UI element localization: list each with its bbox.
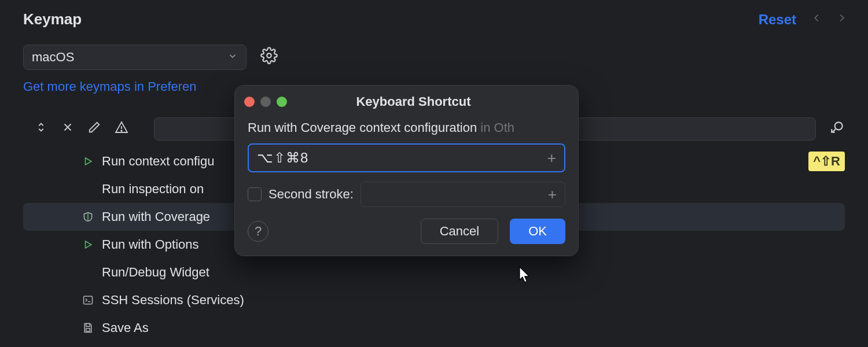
chevron-down-icon [227,50,238,65]
svg-rect-5 [86,324,90,327]
list-item[interactable]: Run/Debug Widget [23,259,845,286]
svg-point-3 [835,122,843,130]
second-stroke-input[interactable]: + [361,182,565,207]
second-stroke-checkbox[interactable] [248,187,262,201]
play-icon [81,239,95,250]
page-title: Keymap [23,10,747,28]
list-item[interactable]: SSH Sessions (Services) [23,286,845,314]
plus-icon[interactable]: + [548,186,557,204]
back-arrow-icon[interactable] [808,12,825,28]
shortcut-badge: ^⇧R [808,152,845,171]
warning-icon[interactable] [115,120,128,138]
list-item-label: Save As [102,320,149,335]
list-item-label: Run context configu [102,154,214,169]
shortcut-value: ⌥⇧⌘8 [257,150,308,166]
plus-icon[interactable]: + [547,149,556,167]
svg-point-2 [121,130,122,131]
svg-point-0 [267,53,271,58]
expand-collapse-icon[interactable] [35,121,47,137]
help-button[interactable]: ? [248,221,269,242]
action-description: Run with Coverage context configuration … [248,120,565,135]
keyboard-shortcut-dialog: Keyboard Shortcut Run with Coverage cont… [234,85,579,256]
action-name: Run with Coverage context configuration [248,120,477,135]
terminal-icon [81,294,95,306]
reset-button[interactable]: Reset [759,12,796,28]
action-context: in Oth [477,120,514,135]
disk-icon [81,322,95,334]
list-item-label: SSH Sessions (Services) [102,293,244,308]
list-item-label: Run/Debug Widget [102,265,209,280]
shield-icon [81,211,95,223]
close-window-icon[interactable] [244,97,255,107]
ok-button[interactable]: OK [510,219,565,244]
svg-rect-6 [86,328,90,331]
second-stroke-label: Second stroke: [269,187,354,202]
play-icon [81,156,95,167]
cancel-button[interactable]: Cancel [421,219,498,244]
keymap-select[interactable]: macOS [23,45,247,70]
keymap-select-value: macOS [32,50,74,65]
list-item[interactable]: Save As [23,314,845,342]
first-stroke-input[interactable]: ⌥⇧⌘8 + [248,143,565,172]
edit-icon[interactable] [88,121,101,137]
gear-icon[interactable] [260,47,278,68]
collapse-all-icon[interactable] [61,121,74,137]
find-shortcut-icon[interactable] [830,120,845,138]
dialog-title: Keyboard Shortcut [258,94,569,109]
list-item-label: Run with Coverage [102,209,210,224]
svg-rect-4 [84,296,93,304]
list-item-label: Run inspection on [102,182,204,197]
list-item-label: Run with Options [102,237,199,252]
forward-arrow-icon[interactable] [833,12,851,28]
